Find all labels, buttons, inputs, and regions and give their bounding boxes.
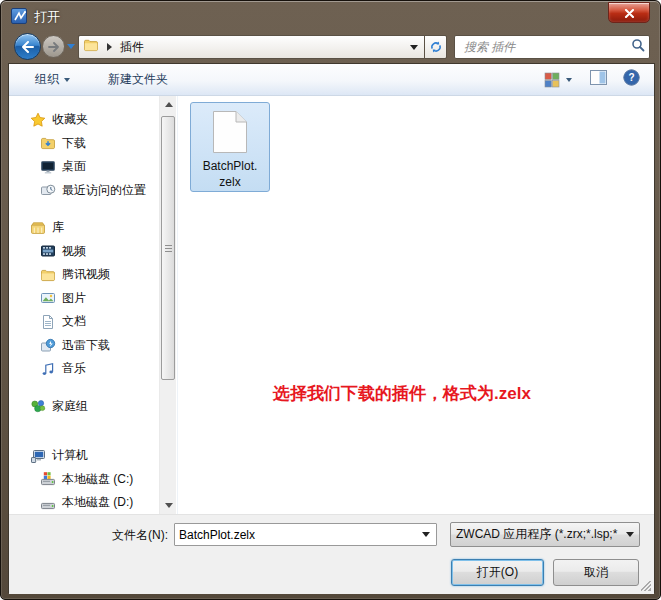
folder-download-icon	[40, 135, 56, 151]
sidebar-item-label: 腾讯视频	[62, 266, 110, 283]
videos-icon	[40, 243, 56, 259]
sidebar-item[interactable]: 文档	[9, 310, 159, 334]
sidebar-item[interactable]: 收藏夹	[9, 108, 159, 132]
sidebar-scrollbar[interactable]	[159, 96, 176, 514]
search-icon[interactable]	[631, 38, 645, 56]
forward-button[interactable]	[42, 35, 65, 58]
sidebar-item-label: 本地磁盘 (C:)	[62, 471, 133, 488]
file-browser-area: 收藏夹下载桌面最近访问的位置库视频腾讯视频图片文档迅雷下载音乐家庭组计算机本地磁…	[9, 96, 654, 514]
disk-icon	[40, 495, 56, 511]
sidebar-item-label: 家庭组	[52, 398, 88, 415]
close-icon	[624, 4, 635, 22]
preview-pane-icon	[590, 70, 607, 85]
back-button[interactable]	[14, 33, 41, 60]
sidebar-item-label: 计算机	[52, 447, 88, 464]
back-arrow-icon	[21, 41, 35, 53]
sidebar-item[interactable]: 图片	[9, 287, 159, 311]
scroll-down-icon	[165, 503, 173, 508]
scroll-down-button[interactable]	[160, 497, 177, 514]
filetype-dropdown[interactable]: ZWCAD 应用程序 (*.zrx;*.lsp;*	[450, 522, 640, 547]
resize-grip[interactable]	[641, 581, 651, 591]
homegroup-icon	[30, 398, 46, 414]
star-icon	[30, 112, 46, 128]
filename-label: 文件名(N):	[9, 527, 168, 544]
filename-combobox[interactable]	[174, 523, 437, 546]
sidebar-item-label: 库	[52, 219, 64, 236]
zwcad-app-icon	[11, 8, 27, 24]
dialog-content: 组织 新建文件夹	[8, 63, 655, 593]
sidebar-item-label: 收藏夹	[52, 111, 88, 128]
scroll-up-button[interactable]	[160, 96, 177, 113]
filename-dropdown-icon[interactable]	[422, 532, 430, 537]
sidebar-item-label: 本地磁盘 (D:)	[62, 494, 133, 511]
sidebar-list: 收藏夹下载桌面最近访问的位置库视频腾讯视频图片文档迅雷下载音乐家庭组计算机本地磁…	[9, 96, 159, 514]
music-icon	[40, 361, 56, 377]
command-bar: 组织 新建文件夹	[9, 64, 654, 96]
pictures-icon	[40, 290, 56, 306]
scroll-up-icon	[165, 102, 173, 107]
title-bar[interactable]: 打开	[1, 1, 660, 31]
scrollbar-grip-icon	[165, 248, 172, 249]
forward-arrow-icon	[48, 42, 60, 52]
sidebar-item[interactable]: 库	[9, 216, 159, 240]
sidebar-item[interactable]: 最近访问的位置	[9, 179, 159, 203]
help-button[interactable]: ?	[623, 69, 640, 90]
scrollbar-thumb[interactable]	[161, 116, 175, 380]
sidebar-item[interactable]: 音乐	[9, 357, 159, 381]
search-box[interactable]	[454, 35, 650, 59]
file-item-batchplot[interactable]: BatchPlot. zelx	[190, 102, 270, 192]
computer-icon	[30, 448, 46, 464]
views-button[interactable]	[544, 72, 572, 88]
disk-windows-icon	[40, 471, 56, 487]
sidebar-item[interactable]: 视频	[9, 240, 159, 264]
filename-input[interactable]	[175, 528, 422, 542]
navigation-bar: 插件	[1, 32, 660, 62]
breadcrumb-arrow-icon	[107, 43, 112, 51]
cancel-button[interactable]: 取消	[553, 559, 639, 586]
views-icon	[544, 72, 560, 88]
history-dropdown-icon[interactable]	[67, 44, 75, 49]
sidebar-item-label: 文档	[62, 313, 86, 330]
sidebar-item-label: 下载	[62, 135, 86, 152]
filetype-dropdown-icon	[626, 532, 634, 537]
close-button[interactable]	[608, 2, 650, 23]
blank-file-icon	[212, 110, 248, 158]
annotation-text: 选择我们下载的插件，格式为.zelx	[273, 382, 531, 405]
sidebar-item[interactable]: 计算机	[9, 444, 159, 468]
refresh-icon	[429, 40, 443, 54]
svg-text:?: ?	[628, 72, 634, 83]
pane-divider	[177, 96, 178, 514]
cancel-button-label: 取消	[584, 564, 608, 581]
address-dropdown-icon[interactable]	[410, 45, 418, 50]
open-button[interactable]: 打开(O)	[451, 559, 544, 586]
sidebar-item[interactable]: 本地磁盘 (C:)	[9, 468, 159, 492]
preview-pane-button[interactable]	[590, 70, 607, 89]
sidebar-item[interactable]: 迅雷下载	[9, 334, 159, 358]
organize-button[interactable]: 组织	[27, 67, 78, 92]
address-bar[interactable]: 插件	[78, 35, 424, 59]
new-folder-label: 新建文件夹	[108, 71, 168, 88]
sidebar-item-label: 最近访问的位置	[62, 182, 146, 199]
help-icon: ?	[623, 69, 640, 86]
sidebar-item[interactable]: 下载	[9, 132, 159, 156]
file-name-line1: BatchPlot.	[203, 158, 258, 174]
recent-places-icon	[40, 182, 56, 198]
folder-icon	[83, 37, 99, 57]
refresh-button[interactable]	[424, 35, 447, 59]
open-file-dialog: 打开	[0, 0, 661, 600]
sidebar-item[interactable]: 家庭组	[9, 395, 159, 419]
organize-label: 组织	[35, 71, 59, 88]
sidebar-item-label: 音乐	[62, 360, 86, 377]
breadcrumb-folder[interactable]: 插件	[120, 39, 144, 56]
dialog-footer: 文件名(N): ZWCAD 应用程序 (*.zrx;*.lsp;* 打开(O) …	[9, 514, 654, 594]
documents-icon	[40, 314, 56, 330]
folder-icon	[40, 267, 56, 283]
chevron-down-icon	[566, 78, 572, 82]
thunder-icon	[40, 337, 56, 353]
search-input[interactable]	[462, 39, 631, 55]
sidebar-item[interactable]: 本地磁盘 (D:)	[9, 491, 159, 514]
sidebar-item[interactable]: 桌面	[9, 155, 159, 179]
sidebar-item[interactable]: 腾讯视频	[9, 263, 159, 287]
new-folder-button[interactable]: 新建文件夹	[100, 67, 176, 92]
sidebar-item-label: 图片	[62, 290, 86, 307]
